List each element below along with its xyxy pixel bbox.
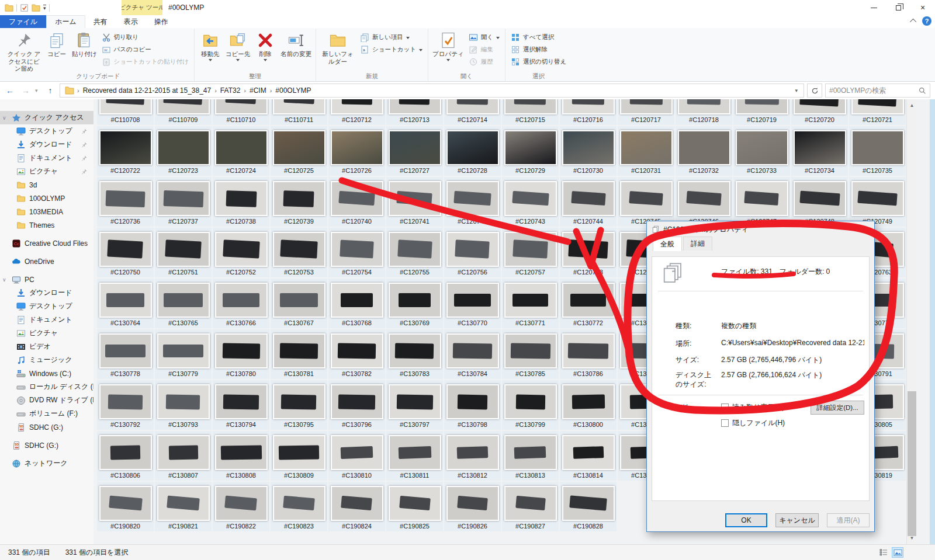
refresh-button[interactable] xyxy=(807,84,822,98)
customize-qat-dropdown-icon[interactable]: ▾ xyxy=(43,5,46,11)
file-tile[interactable]: #C120712 xyxy=(328,99,386,126)
select-none-button[interactable]: 選択解除 xyxy=(508,44,569,55)
file-tile[interactable]: #C120718 xyxy=(675,99,733,126)
file-tile[interactable]: #C120716 xyxy=(559,99,617,126)
file-tile[interactable]: #C120736 xyxy=(96,176,154,227)
edit-button[interactable]: 編集 xyxy=(466,44,503,55)
file-tile[interactable]: #C110710 xyxy=(212,99,270,126)
advanced-settings-button[interactable]: 詳細設定(D)... xyxy=(811,401,864,415)
folder-icon[interactable] xyxy=(5,4,13,12)
pin-to-quick-access-button[interactable]: クイック アクセスにピン留め xyxy=(5,30,43,73)
file-tile[interactable]: #C190821 xyxy=(154,481,212,532)
sidebar-item--[interactable]: ネットワーク xyxy=(0,457,94,470)
file-tile[interactable]: #C190823 xyxy=(270,481,328,532)
file-tile[interactable]: #C130795 xyxy=(270,380,328,430)
file-tile[interactable]: #C120747 xyxy=(733,176,791,227)
tab-share[interactable]: 共有 xyxy=(85,15,116,28)
sidebar-item--[interactable]: ミュージック xyxy=(0,353,94,367)
file-tile[interactable]: #C130771 xyxy=(501,278,559,329)
file-tile[interactable]: #C130813 xyxy=(501,430,559,481)
forward-button[interactable]: → xyxy=(19,84,32,97)
file-tile[interactable]: #C130766 xyxy=(212,278,270,329)
file-tile[interactable]: #C120734 xyxy=(791,126,849,176)
help-icon[interactable]: ? xyxy=(922,16,931,26)
sidebar-item-3d[interactable]: 3d xyxy=(0,178,94,192)
file-tile[interactable]: #C120727 xyxy=(386,126,444,176)
scrollbar-thumb[interactable] xyxy=(908,391,916,536)
sidebar-item--[interactable]: ∨クイック アクセス xyxy=(0,111,94,124)
collapse-ribbon-icon[interactable] xyxy=(910,19,916,25)
breadcrumb-item[interactable]: #00OLYMP xyxy=(272,86,314,95)
file-tile[interactable]: #C120743 xyxy=(501,176,559,227)
address-dropdown-icon[interactable]: ▾ xyxy=(791,88,801,93)
file-tile[interactable]: #C120732 xyxy=(675,126,733,176)
file-tile[interactable]: #C120714 xyxy=(444,99,501,126)
file-tile[interactable]: #C120722 xyxy=(96,126,154,176)
apply-button[interactable]: 適用(A) xyxy=(827,513,870,527)
file-tile[interactable]: #C120749 xyxy=(849,176,906,227)
sidebar-item--[interactable]: ダウンロード xyxy=(0,286,94,300)
file-tile[interactable]: #C120721 xyxy=(849,99,906,126)
properties-check-icon[interactable] xyxy=(20,4,29,12)
cut-button[interactable]: 切り取り xyxy=(99,32,192,43)
shortcut-button[interactable]: ショートカット xyxy=(357,44,425,55)
file-tile[interactable]: #C120744 xyxy=(559,176,617,227)
sidebar-item-themes[interactable]: Themes xyxy=(0,218,94,232)
sidebar-item--[interactable]: ダウンロード xyxy=(0,138,94,151)
file-tile[interactable]: #C190827 xyxy=(501,481,559,532)
file-tile[interactable]: #C130780 xyxy=(212,329,270,380)
file-tile[interactable]: #C120731 xyxy=(617,126,675,176)
file-tile[interactable]: #C120739 xyxy=(270,176,328,227)
file-tile[interactable]: #C120748 xyxy=(791,176,849,227)
vertical-scrollbar[interactable]: ▲ ▼ xyxy=(906,99,916,544)
restore-button[interactable] xyxy=(886,0,910,15)
file-tile[interactable]: #C120730 xyxy=(559,126,617,176)
new-folder-button[interactable]: 新しいフォルダー xyxy=(318,30,357,65)
file-tile[interactable]: #C110711 xyxy=(270,99,328,126)
file-tile[interactable]: #C130764 xyxy=(96,278,154,329)
folder-icon[interactable] xyxy=(32,4,40,12)
sidebar-item--d-[interactable]: ローカル ディスク (D:) xyxy=(0,380,94,394)
new-item-button[interactable]: 新しい項目 xyxy=(357,32,425,43)
tab-general[interactable]: 全般 xyxy=(653,236,682,251)
file-tile[interactable]: #C130810 xyxy=(328,430,386,481)
file-tile[interactable]: #C120757 xyxy=(501,227,559,278)
search-icon[interactable] xyxy=(919,87,926,95)
file-tile[interactable]: #C110709 xyxy=(154,99,212,126)
file-tile[interactable]: #C130765 xyxy=(154,278,212,329)
tab-details[interactable]: 詳細 xyxy=(683,236,712,251)
file-tile[interactable]: #C120735 xyxy=(849,126,906,176)
sidebar-item--[interactable]: ピクチャ xyxy=(0,165,94,178)
sidebar-item--[interactable]: ドキュメント xyxy=(0,313,94,326)
back-button[interactable]: ← xyxy=(4,84,16,97)
file-tile[interactable]: #C130807 xyxy=(154,430,212,481)
file-tile[interactable]: #C130769 xyxy=(386,278,444,329)
file-tile[interactable]: #C130800 xyxy=(559,380,617,430)
file-tile[interactable]: #C120719 xyxy=(733,99,791,126)
sidebar-item-onedrive[interactable]: OneDrive xyxy=(0,255,94,268)
scroll-down-icon[interactable]: ▼ xyxy=(907,533,917,543)
close-button[interactable]: × xyxy=(910,0,935,15)
file-tile[interactable]: #C120754 xyxy=(328,227,386,278)
file-tile[interactable]: #C110708 xyxy=(96,99,154,126)
file-tile[interactable]: #C120740 xyxy=(328,176,386,227)
file-tile[interactable]: #C120741 xyxy=(386,176,444,227)
tree-expander-icon[interactable]: ∨ xyxy=(2,115,8,121)
file-tile[interactable]: #C120733 xyxy=(733,126,791,176)
breadcrumb[interactable]: ›Recovered data 12-21-2015 at 15_38_47›F… xyxy=(60,84,804,98)
recent-locations-dropdown-icon[interactable]: ▾ xyxy=(35,88,41,93)
file-tile[interactable]: #C190825 xyxy=(386,481,444,532)
file-tile[interactable]: #C130806 xyxy=(96,430,154,481)
file-tile[interactable]: #C120751 xyxy=(154,227,212,278)
cancel-button[interactable]: キャンセル xyxy=(775,513,819,527)
scroll-up-icon[interactable]: ▲ xyxy=(907,100,917,110)
file-tile[interactable]: #C120713 xyxy=(386,99,444,126)
file-tile[interactable]: #C190822 xyxy=(212,481,270,532)
file-tile[interactable]: #C130782 xyxy=(328,329,386,380)
file-tile[interactable]: #C130793 xyxy=(154,380,212,430)
sidebar-item-dvd-rw-e-[interactable]: DVD RW ドライブ (E:) xyxy=(0,394,94,407)
file-tile[interactable]: #C130798 xyxy=(444,380,501,430)
breadcrumb-item[interactable]: Recovered data 12-21-2015 at 15_38_47 xyxy=(80,86,214,95)
file-tile[interactable]: #C130809 xyxy=(270,430,328,481)
file-tile[interactable]: #C130792 xyxy=(96,380,154,430)
